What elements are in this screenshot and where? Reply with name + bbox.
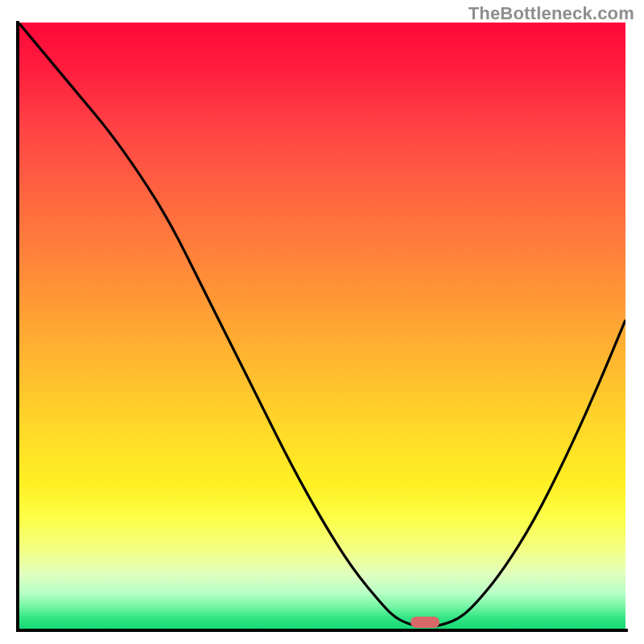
y-axis (16, 21, 19, 631)
gradient-background (19, 23, 625, 630)
optimum-marker (411, 617, 440, 628)
attribution-label: TheBottleneck.com (469, 3, 634, 24)
x-axis (16, 629, 628, 632)
bottleneck-chart: TheBottleneck.com (0, 0, 644, 644)
